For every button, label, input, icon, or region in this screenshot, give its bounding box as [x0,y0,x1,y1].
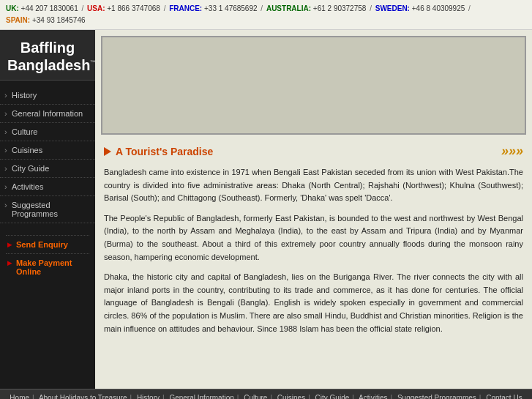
make-payment-link[interactable]: Make Payment Online [6,253,89,280]
footer-link-culture[interactable]: Culture [244,394,267,399]
content-area: A Tourist's Paradise »»» Bangladesh came… [95,30,532,389]
footer-link-suggested[interactable]: Suggested Programmes [397,394,476,399]
nav-item-city-guide[interactable]: City Guide [0,160,95,178]
content-body: A Tourist's Paradise »»» Bangladesh came… [95,141,532,351]
section-triangle-icon [104,147,111,156]
nav-item-suggested[interactable]: Suggested Programmes [0,196,95,223]
australia-label: AUSTRALIA: [266,4,311,12]
spain-label: SPAIN: [6,16,30,24]
france-number: +33 1 47685692 [204,4,258,12]
nav-link-cuisines[interactable]: Cuisines [0,141,95,159]
top-bar: UK: +44 207 1830061 / USA: +1 866 374706… [0,0,532,30]
quotes-decoration: »»» [501,143,523,159]
sidebar: Baffling Bangladesh™ History General Inf… [0,30,95,389]
main-wrapper: Baffling Bangladesh™ History General Inf… [0,30,532,389]
nav-menu: History General Information Culture Cuis… [0,81,95,229]
nav-link-history[interactable]: History [0,86,95,104]
paragraph-3: Dhaka, the historic city and capital of … [104,271,523,335]
footer-link-cuisines[interactable]: Cuisines [277,394,305,399]
nav-actions: Send Enquiry Make Payment Online [0,235,95,280]
uk-number: +44 207 1830061 [21,4,78,12]
footer: Home| About Holidays to Treasure| Histor… [0,389,532,399]
footer-link-contact[interactable]: Contact Us [486,394,522,399]
usa-number: +1 866 3747068 [107,4,160,12]
nav-item-general-info[interactable]: General Information [0,105,95,123]
footer-link-general-info[interactable]: General Information [169,394,233,399]
nav-link-suggested[interactable]: Suggested Programmes [0,196,95,223]
nav-item-culture[interactable]: Culture [0,123,95,141]
section-title: A Tourist's Paradise »»» [104,143,523,159]
nav-link-culture[interactable]: Culture [0,123,95,141]
footer-link-history[interactable]: History [137,394,160,399]
logo-area: Baffling Bangladesh™ [0,30,95,81]
usa-label: USA: [87,4,105,12]
hero-image [101,36,526,135]
footer-link-home[interactable]: Home [10,394,29,399]
footer-link-about[interactable]: About Holidays to Treasure [39,394,127,399]
nav-link-activities[interactable]: Activities [0,178,95,195]
australia-number: +61 2 90372758 [313,4,367,12]
send-enquiry-link[interactable]: Send Enquiry [6,235,89,253]
nav-item-activities[interactable]: Activities [0,178,95,196]
footer-link-city-guide[interactable]: City Guide [315,394,350,399]
nav-link-city-guide[interactable]: City Guide [0,160,95,177]
uk-label: UK: [6,4,19,12]
logo-text: Baffling Bangladesh™ [7,39,88,74]
section-title-text: A Tourist's Paradise [116,146,213,157]
nav-item-cuisines[interactable]: Cuisines [0,141,95,160]
france-label: FRANCE: [169,4,202,12]
spain-number: +34 93 1845746 [32,16,86,24]
sweden-label: SWEDEN: [375,4,410,12]
footer-link-activities[interactable]: Activities [359,394,387,399]
nav-link-general-info[interactable]: General Information [0,105,95,122]
nav-item-history[interactable]: History [0,86,95,105]
paragraph-2: The People's Republic of Bangladesh, for… [104,212,523,264]
sweden-number: +46 8 40309925 [412,4,465,12]
paragraph-1: Bangladesh came into existence in 1971 w… [104,166,523,205]
